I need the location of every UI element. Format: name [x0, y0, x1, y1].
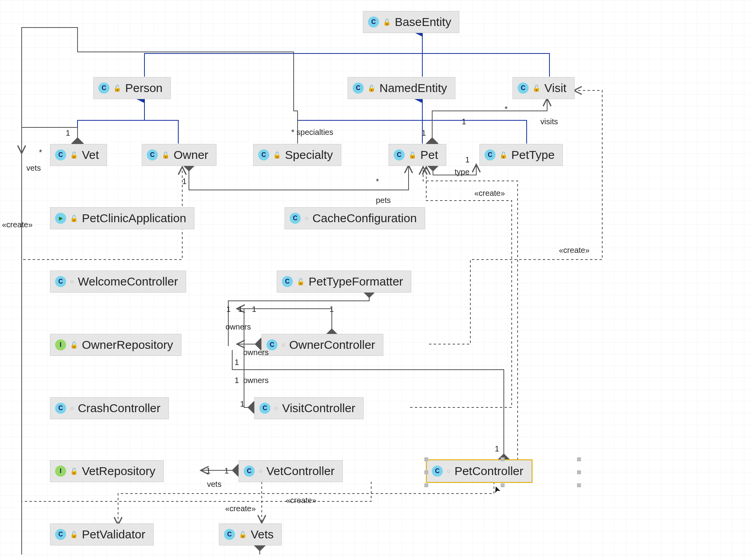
class-node-Visit[interactable]: C🔓Visit	[512, 77, 575, 99]
uml-canvas[interactable]: C🔓BaseEntityC🔓PersonC🔓NamedEntityC🔓Visit…	[0, 0, 751, 560]
edge-label: 1	[182, 177, 187, 186]
edge-label: 1	[252, 305, 256, 314]
class-node-Owner[interactable]: C🔓Owner	[142, 144, 216, 166]
class-name-label: VisitController	[282, 402, 355, 415]
class-node-OwnerRepository[interactable]: I🔓OwnerRepository	[50, 334, 181, 356]
unlock-icon: 🔓	[239, 531, 247, 538]
runnable-class-icon: ▶	[55, 213, 66, 224]
edge-label: 1	[235, 376, 239, 385]
selection-handle[interactable]	[424, 470, 428, 474]
class-icon: C	[353, 83, 364, 94]
class-node-CrashController[interactable]: C○CrashController	[50, 397, 169, 419]
class-icon: C	[55, 403, 66, 414]
unlock-icon: 🔓	[499, 151, 507, 159]
class-icon: C	[55, 276, 66, 287]
edge-label: * specialties	[291, 128, 333, 137]
edge-label: vets	[26, 164, 41, 173]
class-node-Person[interactable]: C🔓Person	[93, 77, 171, 99]
class-name-label: BaseEntity	[395, 15, 451, 29]
unlock-icon: 🔓	[70, 531, 78, 538]
edge-label: owners	[243, 376, 268, 385]
unlock-icon: 🔓	[70, 468, 78, 475]
class-name-label: Vet	[82, 148, 99, 162]
interface-icon: I	[55, 466, 66, 477]
class-node-VetController[interactable]: C○VetController	[239, 460, 343, 482]
package-lock-icon: ○	[70, 405, 74, 412]
class-node-NamedEntity[interactable]: C🔓NamedEntity	[348, 77, 455, 99]
class-icon: C	[147, 149, 158, 160]
class-name-label: Pet	[420, 148, 438, 162]
unlock-icon: 🔓	[113, 85, 121, 92]
edge-label: 1	[422, 129, 426, 138]
edge-label: 1	[329, 305, 334, 314]
class-node-OwnerController[interactable]: C○OwnerController	[261, 334, 383, 356]
edge-label: 1	[495, 444, 499, 453]
unlock-icon: 🔓	[297, 278, 305, 286]
edge-label: «create»	[286, 496, 316, 505]
class-node-PetType[interactable]: C🔓PetType	[479, 144, 563, 166]
class-name-label: WelcomeController	[78, 275, 178, 288]
class-icon: C	[290, 213, 301, 224]
class-icon: C	[485, 149, 496, 160]
package-lock-icon: ○	[259, 468, 263, 475]
unlock-icon: 🔓	[409, 151, 416, 159]
class-node-VisitController[interactable]: C○VisitController	[254, 397, 364, 419]
edge-label: owners	[226, 322, 251, 332]
class-icon: C	[244, 466, 255, 477]
selection-handle[interactable]	[424, 483, 428, 487]
class-node-Vet[interactable]: C🔓Vet	[50, 144, 107, 166]
class-name-label: NamedEntity	[379, 81, 447, 95]
class-node-PetTypeFormatter[interactable]: C🔓PetTypeFormatter	[277, 271, 411, 293]
class-node-BaseEntity[interactable]: C🔓BaseEntity	[363, 11, 459, 33]
class-name-label: Specialty	[285, 148, 333, 162]
package-lock-icon: ○	[281, 341, 285, 348]
class-node-PetController[interactable]: C○PetController	[427, 460, 532, 482]
class-name-label: CrashController	[78, 402, 161, 415]
edge-label: visits	[540, 117, 558, 126]
package-lock-icon: ○	[305, 215, 309, 222]
edge-label: «create»	[225, 504, 256, 513]
unlock-icon: 🔓	[70, 341, 78, 349]
class-icon: C	[282, 276, 293, 287]
edge-label: *	[39, 148, 42, 157]
class-node-PetClinicApplication[interactable]: ▶🔓PetClinicApplication	[50, 207, 194, 229]
edge-label: 1	[206, 466, 211, 475]
selection-handle[interactable]	[577, 483, 581, 487]
edge-label: *	[376, 177, 379, 186]
class-name-label: OwnerRepository	[82, 338, 173, 352]
edge-label: 1	[66, 129, 70, 138]
class-name-label: CacheConfiguration	[313, 212, 417, 225]
class-icon: C	[98, 83, 109, 94]
class-node-VetRepository[interactable]: I🔓VetRepository	[50, 460, 164, 482]
edge-label: *	[505, 105, 508, 114]
class-node-PetValidator[interactable]: C🔓PetValidator	[50, 523, 154, 545]
class-name-label: Visit	[544, 81, 566, 95]
edge-label: 1	[465, 155, 470, 164]
class-icon: C	[224, 529, 235, 540]
selection-handle[interactable]	[577, 470, 581, 474]
class-icon: C	[518, 83, 529, 94]
class-node-CacheConfiguration[interactable]: C○CacheConfiguration	[285, 207, 425, 229]
selection-handle[interactable]	[424, 457, 428, 461]
selection-handle[interactable]	[501, 483, 505, 487]
class-name-label: OwnerController	[289, 338, 375, 352]
class-icon: C	[55, 149, 66, 160]
class-node-Vets[interactable]: C🔓Vets	[219, 523, 282, 545]
unlock-icon: 🔓	[70, 215, 78, 222]
unlock-icon: 🔓	[533, 85, 540, 92]
class-icon: C	[55, 529, 66, 540]
class-node-WelcomeController[interactable]: C○WelcomeController	[50, 271, 186, 293]
class-node-Specialty[interactable]: C🔓Specialty	[253, 144, 341, 166]
selection-handle[interactable]	[501, 457, 505, 461]
edge-label: 1	[224, 466, 229, 475]
edge-label: 1	[226, 305, 231, 314]
unlock-icon: 🔓	[162, 151, 170, 159]
class-node-Pet[interactable]: C🔓Pet	[388, 144, 446, 166]
edge-label: 1	[235, 358, 239, 367]
unlock-icon: 🔓	[368, 85, 376, 92]
edge-label: «create»	[2, 220, 33, 229]
selection-handle[interactable]	[577, 457, 581, 461]
class-name-label: VetRepository	[82, 464, 155, 478]
class-icon: C	[368, 17, 379, 28]
package-lock-icon: ○	[274, 405, 278, 412]
